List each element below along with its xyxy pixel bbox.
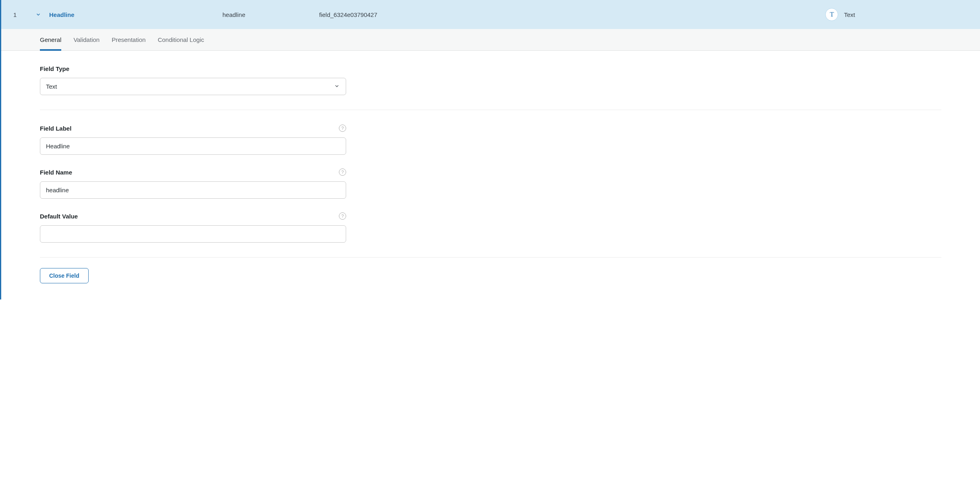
settings-body: Field Type Text Field Label ? xyxy=(1,51,980,299)
field-slug-text: headline xyxy=(222,11,319,18)
default-value-input[interactable] xyxy=(40,225,346,243)
editor-footer: Close Field xyxy=(40,258,941,299)
field-name-input[interactable] xyxy=(40,181,346,199)
text-type-icon: T xyxy=(825,8,838,21)
tab-general[interactable]: General xyxy=(40,29,61,50)
field-editor: 1 Headline headline field_6324e03790427 … xyxy=(0,0,980,299)
tab-presentation[interactable]: Presentation xyxy=(112,29,145,50)
help-icon[interactable]: ? xyxy=(339,125,346,132)
help-icon[interactable]: ? xyxy=(339,212,346,220)
field-type-cell: T Text xyxy=(825,8,855,21)
field-label-label: Field Label xyxy=(40,125,71,132)
field-type-select[interactable]: Text xyxy=(40,78,346,95)
field-header-row[interactable]: 1 Headline headline field_6324e03790427 … xyxy=(1,0,980,29)
field-label-link[interactable]: Headline xyxy=(49,11,222,18)
field-type-text: Text xyxy=(844,11,855,18)
field-type-label: Field Type xyxy=(40,65,69,72)
close-field-button[interactable]: Close Field xyxy=(40,268,89,283)
section-field-type: Field Type Text xyxy=(40,51,941,110)
section-inputs: Field Label ? Field Name ? Default Value xyxy=(40,110,941,258)
field-order: 1 xyxy=(13,11,33,18)
collapse-toggle[interactable] xyxy=(33,12,43,17)
field-name-label: Field Name xyxy=(40,169,72,176)
help-icon[interactable]: ? xyxy=(339,168,346,176)
settings-tabs: General Validation Presentation Conditio… xyxy=(1,29,980,51)
default-value-label: Default Value xyxy=(40,213,78,220)
tab-conditional-logic[interactable]: Conditional Logic xyxy=(158,29,204,50)
field-label-input[interactable] xyxy=(40,137,346,155)
field-key-text: field_6324e03790427 xyxy=(319,11,416,18)
tab-validation[interactable]: Validation xyxy=(73,29,100,50)
chevron-down-icon xyxy=(35,12,41,17)
